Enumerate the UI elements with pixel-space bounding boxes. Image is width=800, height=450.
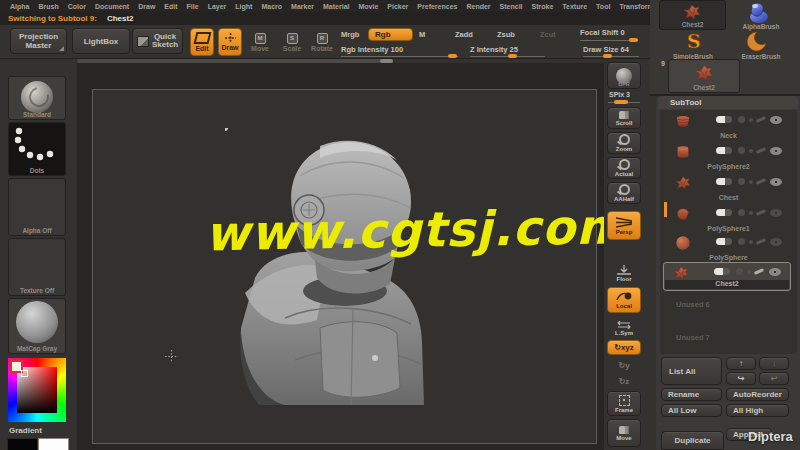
polyframe-pill-icon[interactable] [716, 178, 732, 185]
all-low-button[interactable]: All Low [661, 404, 722, 417]
z-intensity-handle[interactable] [508, 54, 517, 58]
visibility-eye-icon[interactable] [770, 147, 782, 155]
visibility-eye-icon[interactable] [769, 268, 781, 276]
mrgb-button[interactable]: Mrgb [341, 30, 359, 39]
menu-brush[interactable]: Brush [38, 3, 58, 10]
main-color-swatch[interactable] [7, 438, 38, 450]
visibility-eye-icon[interactable] [770, 209, 782, 217]
simple-brush-thumb[interactable]: S [684, 30, 706, 53]
move-button[interactable]: M Move [247, 28, 273, 56]
menu-macro[interactable]: Macro [261, 3, 282, 10]
toggle-dot-icon[interactable] [738, 178, 745, 185]
focal-shift-handle[interactable] [629, 38, 638, 42]
menu-file[interactable]: File [187, 3, 199, 10]
menu-draw[interactable]: Draw [138, 3, 155, 10]
rotate-z-button[interactable]: ↻z [607, 374, 641, 388]
menu-material[interactable]: Material [323, 3, 349, 10]
menu-layer[interactable]: Layer [208, 3, 227, 10]
brush-standard[interactable]: Standard [8, 76, 66, 120]
subtool-name[interactable]: PolySphere1 [660, 225, 797, 232]
toggle-dot-icon[interactable] [749, 149, 753, 153]
polyframe-pill-icon[interactable] [716, 209, 732, 216]
color-picker[interactable] [8, 358, 66, 422]
menu-edit[interactable]: Edit [164, 3, 177, 10]
list-all-button[interactable]: List All [661, 357, 722, 385]
menu-document[interactable]: Document [95, 3, 129, 10]
menu-texture[interactable]: Texture [562, 3, 587, 10]
subtool-name[interactable]: PolySphere2 [660, 163, 797, 170]
subtool-thumb-polysphere1[interactable] [674, 205, 692, 223]
toggle-dot-icon[interactable] [738, 209, 745, 216]
toggle-dot-icon[interactable] [749, 211, 753, 215]
rgb-intensity-slider[interactable] [341, 56, 458, 57]
polypaint-brush-icon[interactable] [754, 268, 764, 275]
draw-button[interactable]: Draw [218, 28, 242, 56]
floor-button[interactable]: Floor [607, 262, 641, 284]
edit-button[interactable]: Edit [190, 28, 214, 56]
subtool-thumb-chest[interactable] [674, 174, 692, 192]
toggle-dot-icon[interactable] [747, 270, 751, 274]
toggle-dot-icon[interactable] [749, 240, 753, 244]
visibility-eye-icon[interactable] [770, 238, 782, 246]
scroll-button[interactable]: Scroll [607, 107, 641, 129]
lightbox-button[interactable]: LightBox [72, 28, 130, 54]
subtool-name[interactable]: Neck [660, 132, 797, 139]
frame-button[interactable]: Frame [607, 391, 641, 416]
polypaint-brush-icon[interactable] [756, 116, 766, 123]
lsym-button[interactable]: L.Sym [607, 319, 641, 337]
stroke-dots[interactable]: Dots [8, 122, 66, 176]
rename-button[interactable]: Rename [661, 388, 722, 401]
polyframe-pill-icon[interactable] [716, 116, 732, 123]
polypaint-brush-icon[interactable] [756, 147, 766, 154]
menu-render[interactable]: Render [466, 3, 490, 10]
draw-size-handle[interactable] [603, 54, 612, 58]
polypaint-brush-icon[interactable] [756, 209, 766, 216]
menu-stroke[interactable]: Stroke [532, 3, 554, 10]
duplicate-button[interactable]: Duplicate [661, 431, 724, 450]
polypaint-brush-icon[interactable] [756, 238, 766, 245]
scale-button[interactable]: S Scale [279, 28, 305, 56]
rotate-xyz-button[interactable]: ↻xyz [607, 340, 641, 355]
zcut-button[interactable]: Zcut [540, 30, 556, 39]
material-selector[interactable]: MatCap Gray [8, 298, 66, 354]
quick-sketch-button[interactable]: Quick Sketch [132, 28, 183, 54]
subtool-thumb-neck[interactable] [674, 112, 692, 130]
menu-movie[interactable]: Movie [358, 3, 378, 10]
polyframe-pill-icon[interactable] [716, 147, 732, 154]
rotate-button[interactable]: R Rotate [309, 28, 335, 56]
current-tool-thumb[interactable]: Chest2 [659, 0, 726, 30]
rotate-y-button[interactable]: ↻y [607, 358, 641, 372]
all-high-button[interactable]: All High [726, 404, 789, 417]
zadd-button[interactable]: Zadd [455, 30, 473, 39]
subtool-unused-slot[interactable]: Unused 7 [676, 333, 710, 342]
menu-color[interactable]: Color [68, 3, 86, 10]
bpr-button[interactable]: BPR [607, 62, 641, 89]
menu-alpha[interactable]: Alpha [10, 3, 29, 10]
actual-button[interactable]: Actual [607, 157, 641, 179]
toggle-dot-icon[interactable] [736, 268, 743, 275]
alpha-brush-thumb[interactable] [740, 1, 774, 23]
polypaint-brush-icon[interactable] [756, 178, 766, 185]
menu-tool[interactable]: Tool [596, 3, 610, 10]
menu-picker[interactable]: Picker [387, 3, 408, 10]
move-down-button[interactable]: ↓ [759, 357, 789, 370]
toggle-dot-icon[interactable] [738, 116, 745, 123]
undo-order-button[interactable]: ↩ [759, 372, 789, 385]
move-canvas-button[interactable]: Move [607, 419, 641, 447]
spix-handle[interactable] [614, 100, 628, 104]
zoom-button[interactable]: Zoom [607, 132, 641, 154]
local-button[interactable]: Local [607, 287, 641, 313]
aahalf-button[interactable]: AAHalf [607, 182, 641, 204]
toggle-dot-icon[interactable] [749, 118, 753, 122]
visibility-eye-icon[interactable] [770, 178, 782, 186]
eraser-brush-thumb[interactable] [746, 31, 769, 52]
alpha-selector[interactable]: Alpha Off [8, 178, 66, 236]
m-button[interactable]: M [419, 30, 425, 39]
visibility-eye-icon[interactable] [770, 116, 782, 124]
subtool-name[interactable]: PolySphere [660, 254, 797, 261]
texture-selector[interactable]: Texture Off [8, 238, 66, 296]
subtool-thumb-polysphere2[interactable] [674, 143, 692, 161]
secondary-color-swatch[interactable] [38, 438, 69, 450]
subtool-selected-row[interactable]: Chest2 [663, 262, 791, 291]
autoreorder-button[interactable]: AutoReorder [726, 388, 789, 401]
